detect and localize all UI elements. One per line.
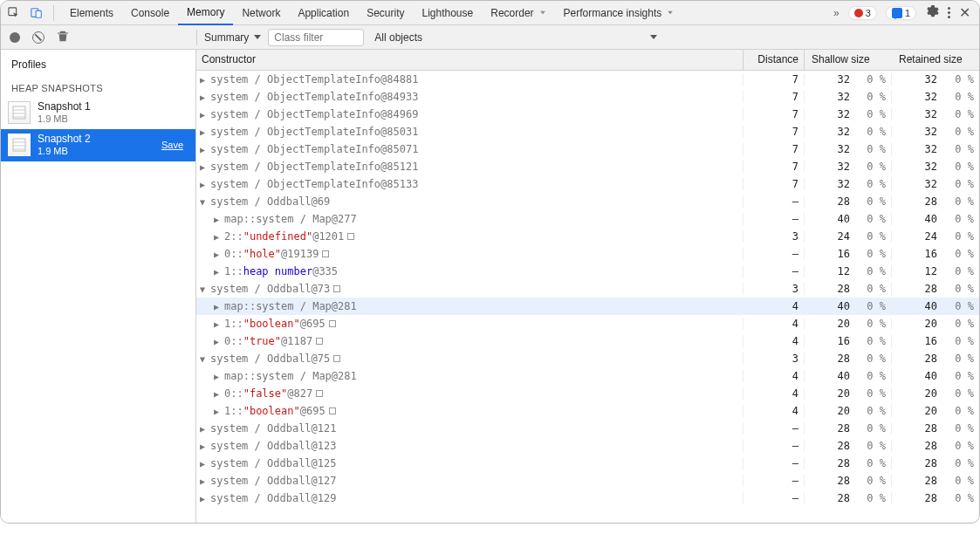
overflow-tabs-icon[interactable]: » bbox=[833, 7, 840, 19]
table-row[interactable]: ▶0 :: "true" @11874160 %160 % bbox=[196, 332, 979, 350]
object-link-icon[interactable] bbox=[316, 390, 323, 397]
col-constructor[interactable]: Constructor bbox=[196, 50, 744, 70]
expand-arrow-icon[interactable]: ▶ bbox=[214, 337, 223, 346]
tab-memory[interactable]: Memory bbox=[178, 1, 233, 25]
expand-arrow-icon[interactable]: ▶ bbox=[200, 110, 209, 120]
table-row[interactable]: ▶1 :: "boolean" @6954200 %200 % bbox=[196, 402, 979, 420]
chevron-down-icon bbox=[650, 35, 657, 39]
table-row[interactable]: ▶system / Oddball @127–280 %280 % bbox=[196, 472, 979, 490]
table-row[interactable]: ▶system / Oddball @123–280 %280 % bbox=[196, 437, 979, 455]
save-link[interactable]: Save bbox=[161, 140, 183, 150]
expand-arrow-icon[interactable]: ▶ bbox=[200, 92, 209, 102]
expand-arrow-icon[interactable]: ▶ bbox=[200, 476, 209, 486]
table-row[interactable]: ▶system / ObjectTemplateInfo @849697320 … bbox=[196, 106, 979, 123]
object-link-icon[interactable] bbox=[347, 233, 354, 240]
table-row[interactable]: ▶map :: system / Map @277–400 %400 % bbox=[196, 210, 979, 228]
table-row[interactable]: ▶map :: system / Map @2814400 %400 % bbox=[196, 367, 979, 385]
snapshot-name: Snapshot 1 bbox=[38, 100, 188, 113]
table-row[interactable]: ▶system / ObjectTemplateInfo @851337320 … bbox=[196, 175, 979, 193]
device-toggle-icon[interactable] bbox=[31, 7, 43, 19]
expand-arrow-icon[interactable]: ▶ bbox=[214, 302, 223, 312]
snapshot-item[interactable]: Snapshot 11.9 MB bbox=[1, 97, 195, 129]
chevron-down-icon bbox=[254, 35, 261, 39]
object-link-icon[interactable] bbox=[316, 338, 323, 345]
kebab-menu-icon[interactable] bbox=[948, 7, 950, 18]
table-row[interactable]: ▶system / Oddball @121–280 %280 % bbox=[196, 420, 979, 437]
separator bbox=[53, 5, 54, 21]
expand-arrow-icon[interactable]: ▶ bbox=[214, 267, 223, 277]
profiles-sidebar: Profiles HEAP SNAPSHOTS Snapshot 11.9 MB… bbox=[1, 50, 196, 523]
expand-arrow-icon[interactable]: ▶ bbox=[214, 372, 223, 381]
snapshot-name: Snapshot 2 bbox=[38, 133, 154, 146]
expand-arrow-icon[interactable]: ▼ bbox=[200, 354, 209, 364]
tab-performance-insights[interactable]: Performance insights bbox=[555, 1, 683, 25]
table-row[interactable]: ▶0 :: "false" @8274200 %200 % bbox=[196, 385, 979, 402]
expand-arrow-icon[interactable]: ▶ bbox=[214, 215, 223, 224]
table-row[interactable]: ▶1 :: "boolean" @6954200 %200 % bbox=[196, 315, 979, 332]
expand-arrow-icon[interactable]: ▶ bbox=[200, 494, 209, 503]
settings-icon[interactable] bbox=[925, 4, 939, 21]
expand-arrow-icon[interactable]: ▶ bbox=[214, 250, 223, 259]
table-row[interactable]: ▶system / ObjectTemplateInfo @849337320 … bbox=[196, 88, 979, 106]
table-row[interactable]: ▶system / Oddball @129–280 %280 % bbox=[196, 490, 979, 507]
tab-security[interactable]: Security bbox=[358, 1, 413, 25]
snapshot-size: 1.9 MB bbox=[38, 113, 188, 126]
tab-application[interactable]: Application bbox=[289, 1, 358, 25]
expand-arrow-icon[interactable]: ▶ bbox=[200, 180, 209, 189]
table-row[interactable]: ▼system / Oddball @753280 %280 % bbox=[196, 350, 979, 367]
snapshot-size: 1.9 MB bbox=[38, 146, 154, 158]
expand-arrow-icon[interactable]: ▶ bbox=[200, 442, 209, 451]
table-row[interactable]: ▶system / ObjectTemplateInfo @848817320 … bbox=[196, 71, 979, 88]
close-icon[interactable]: ✕ bbox=[959, 6, 970, 20]
table-row[interactable]: ▶0 :: "hole" @19139–160 %160 % bbox=[196, 245, 979, 263]
snapshot-item[interactable]: Snapshot 21.9 MBSave bbox=[1, 129, 195, 161]
class-filter-input[interactable] bbox=[268, 29, 364, 46]
expand-arrow-icon[interactable]: ▶ bbox=[200, 75, 209, 85]
table-row[interactable]: ▶system / ObjectTemplateInfo @851217320 … bbox=[196, 158, 979, 175]
object-link-icon[interactable] bbox=[322, 250, 329, 257]
table-row[interactable]: ▶map :: system / Map @2814400 %400 % bbox=[196, 298, 979, 315]
heap-snapshots-label: HEAP SNAPSHOTS bbox=[1, 74, 195, 97]
tab-network[interactable]: Network bbox=[233, 1, 289, 25]
error-badge[interactable]: 3 bbox=[848, 6, 877, 20]
table-row[interactable]: ▶system / ObjectTemplateInfo @850317320 … bbox=[196, 123, 979, 140]
table-row[interactable]: ▼system / Oddball @69–280 %280 % bbox=[196, 193, 979, 210]
col-shallow[interactable]: Shallow size bbox=[805, 50, 892, 70]
expand-arrow-icon[interactable]: ▼ bbox=[200, 197, 209, 207]
expand-arrow-icon[interactable]: ▶ bbox=[214, 232, 223, 242]
expand-arrow-icon[interactable]: ▶ bbox=[200, 424, 209, 434]
object-link-icon[interactable] bbox=[333, 355, 340, 362]
table-row[interactable]: ▶2 :: "undefined" @12013240 %240 % bbox=[196, 228, 979, 245]
expand-arrow-icon[interactable]: ▶ bbox=[200, 459, 209, 469]
expand-arrow-icon[interactable]: ▶ bbox=[214, 389, 223, 399]
tab-recorder[interactable]: Recorder bbox=[482, 1, 554, 25]
objects-select[interactable]: All objects bbox=[367, 31, 664, 44]
tab-elements[interactable]: Elements bbox=[61, 1, 122, 25]
object-link-icon[interactable] bbox=[329, 320, 336, 327]
col-retained[interactable]: Retained size bbox=[892, 50, 979, 70]
expand-arrow-icon[interactable]: ▶ bbox=[214, 319, 223, 329]
expand-arrow-icon[interactable]: ▶ bbox=[214, 407, 223, 416]
expand-arrow-icon[interactable]: ▶ bbox=[200, 162, 209, 172]
view-select[interactable]: Summary bbox=[197, 31, 268, 44]
tab-lighthouse[interactable]: Lighthouse bbox=[414, 1, 483, 25]
heap-grid: Constructor Distance Shallow size Retain… bbox=[196, 50, 979, 523]
col-distance[interactable]: Distance bbox=[744, 50, 805, 70]
expand-arrow-icon[interactable]: ▶ bbox=[200, 127, 209, 137]
tab-console[interactable]: Console bbox=[122, 1, 178, 25]
table-row[interactable]: ▶system / ObjectTemplateInfo @850717320 … bbox=[196, 140, 979, 158]
clear-icon[interactable] bbox=[32, 31, 45, 44]
delete-icon[interactable] bbox=[57, 30, 69, 44]
grid-body[interactable]: ▶system / ObjectTemplateInfo @848817320 … bbox=[196, 71, 979, 523]
table-row[interactable]: ▼system / Oddball @733280 %280 % bbox=[196, 280, 979, 298]
object-link-icon[interactable] bbox=[329, 407, 336, 414]
snapshot-icon bbox=[8, 101, 31, 124]
object-link-icon[interactable] bbox=[333, 285, 340, 292]
expand-arrow-icon[interactable]: ▶ bbox=[200, 145, 209, 154]
inspect-icon[interactable] bbox=[8, 7, 20, 19]
table-row[interactable]: ▶1 :: heap number @335–120 %120 % bbox=[196, 263, 979, 280]
expand-arrow-icon[interactable]: ▼ bbox=[200, 284, 209, 294]
messages-badge[interactable]: 1 bbox=[886, 6, 916, 20]
record-icon[interactable] bbox=[10, 32, 20, 43]
table-row[interactable]: ▶system / Oddball @125–280 %280 % bbox=[196, 455, 979, 472]
